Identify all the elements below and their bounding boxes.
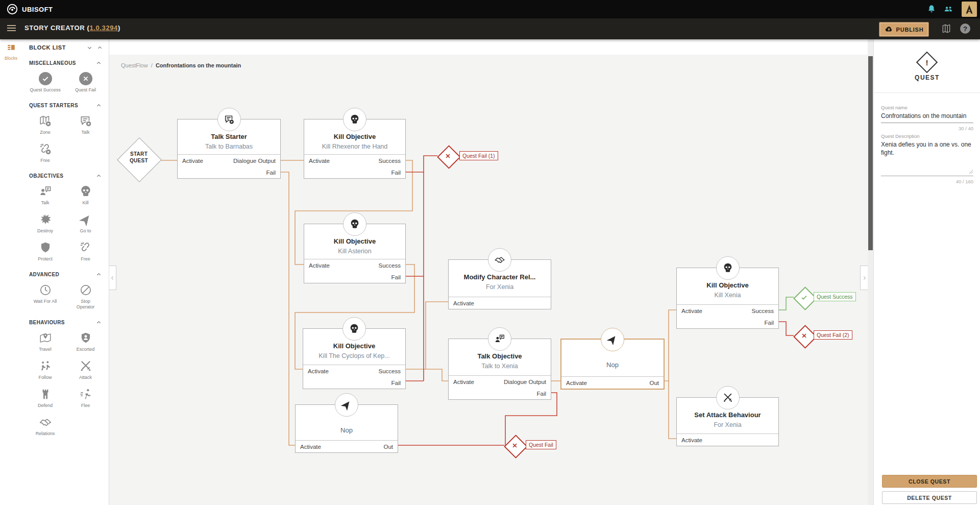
collapse-all-icon[interactable]	[87, 45, 92, 51]
node-talk-objective[interactable]: Talk Objective Talk to Xenia ActivateDia…	[448, 339, 551, 400]
port-dialogue-output[interactable]: Dialogue Output	[233, 158, 276, 164]
section-quest-starters[interactable]: QUEST STARTERS	[22, 97, 109, 110]
port-success[interactable]: Success	[379, 368, 401, 374]
close-quest-button[interactable]: CLOSE QUEST	[882, 475, 977, 488]
port-activate[interactable]: Activate	[308, 368, 329, 374]
node-kill-cyclops[interactable]: Kill Objective Kill The Cyclops of Kep..…	[303, 328, 406, 389]
breadcrumb-current: Confrontations on the mountain	[156, 62, 241, 68]
block-item-attack[interactable]: Attack	[65, 359, 106, 380]
block-item-protect[interactable]: Protect	[25, 241, 65, 262]
node-kill-rhexenor[interactable]: Kill Objective Kill Rhexenor the Hand Ac…	[304, 119, 406, 179]
block-item-free-starter[interactable]: Free	[25, 142, 65, 163]
port-activate[interactable]: Activate	[681, 308, 702, 314]
port-activate[interactable]: Activate	[681, 437, 702, 443]
skull-icon	[342, 317, 366, 341]
port-activate[interactable]: Activate	[309, 262, 330, 269]
port-out[interactable]: Out	[649, 380, 659, 386]
block-item-quest-success[interactable]: Quest Success	[25, 72, 65, 93]
section-objectives[interactable]: OBJECTIVES	[22, 167, 109, 181]
port-out[interactable]: Out	[383, 444, 393, 450]
port-activate[interactable]: Activate	[182, 158, 203, 164]
section-miscellaneous[interactable]: MISCELLANEOUS	[22, 55, 109, 68]
block-item-zone[interactable]: Zone	[25, 114, 65, 135]
terminal-label-quest-fail-2[interactable]: Quest Fail (2)	[814, 330, 852, 340]
zone-icon	[39, 114, 52, 128]
breadcrumb-questflow[interactable]: QuestFlow	[121, 62, 148, 68]
quest-flow-canvas[interactable]: QuestFlow / Confrontations on the mounta…	[109, 39, 868, 505]
node-kill-asterion[interactable]: Kill Objective Kill Asterion ActivateSuc…	[304, 224, 406, 283]
port-activate[interactable]: Activate	[453, 379, 474, 385]
collapse-right-panel-tab[interactable]	[860, 266, 868, 290]
map-icon[interactable]	[941, 23, 951, 34]
node-kill-xenia[interactable]: Kill Objective Kill Xenia ActivateSucces…	[676, 268, 779, 329]
collapse-left-panel-tab[interactable]	[109, 266, 116, 290]
section-behaviours[interactable]: BEHAVIOURS	[22, 314, 109, 327]
expand-all-icon[interactable]	[97, 45, 103, 51]
port-fail[interactable]: Fail	[536, 391, 546, 397]
terminal-label-quest-fail-1[interactable]: Quest Fail (1)	[459, 151, 498, 160]
user-avatar[interactable]	[962, 2, 977, 17]
quest-name-counter: 30 / 40	[959, 126, 973, 131]
cloud-upload-icon	[885, 25, 893, 34]
port-activate[interactable]: Activate	[300, 444, 321, 450]
node-set-attack-behaviour[interactable]: Set Attack Behaviour For Xenia Activate	[676, 397, 779, 446]
inspector-type-title: QUEST	[874, 74, 980, 81]
crossed-swords-icon	[716, 386, 740, 410]
publish-button[interactable]: PUBLISH	[879, 22, 929, 37]
help-icon[interactable]: ?	[960, 23, 970, 34]
section-advanced[interactable]: ADVANCED	[22, 266, 109, 279]
textarea-resize-icon[interactable]	[969, 170, 973, 174]
node-modify-character-rel[interactable]: Modify Character Rel... For Xenia Activa…	[448, 259, 551, 309]
delete-quest-button[interactable]: DELETE QUEST	[882, 491, 977, 504]
block-item-free-objective[interactable]: Free	[65, 241, 106, 262]
node-nop-bottom[interactable]: Nop ActivateOut	[295, 404, 398, 453]
port-success[interactable]: Success	[752, 308, 774, 314]
wait-for-all-icon	[39, 283, 52, 297]
flee-icon	[79, 388, 92, 401]
block-item-follow[interactable]: Follow	[25, 359, 65, 380]
block-item-kill[interactable]: Kill	[65, 185, 106, 206]
block-item-talk-objective[interactable]: Talk	[25, 185, 65, 206]
block-item-quest-fail[interactable]: Quest Fail	[65, 72, 106, 93]
quest-description-input[interactable]: Xenia defies you in a one vs. one fight.	[881, 140, 973, 157]
block-item-flee[interactable]: Flee	[65, 388, 106, 408]
block-item-talk-starter[interactable]: Talk	[65, 114, 106, 135]
rail-item-blocks[interactable]: Blocks	[0, 43, 22, 61]
terminal-label-quest-fail[interactable]: Quest Fail	[526, 440, 556, 449]
assassins-creed-logo-icon	[963, 3, 975, 15]
quest-inspector-panel: ! QUEST Quest name Confrontations on the…	[873, 39, 980, 505]
menu-hamburger-icon[interactable]	[7, 25, 16, 32]
block-item-goto[interactable]: Go to	[65, 213, 106, 234]
block-item-destroy[interactable]: Destroy	[25, 213, 65, 234]
port-fail[interactable]: Fail	[266, 170, 276, 176]
port-success[interactable]: Success	[379, 262, 401, 269]
block-item-relations[interactable]: Relations	[25, 416, 65, 437]
chevron-up-icon	[96, 103, 102, 108]
block-item-stop-operator[interactable]: Stop Operator	[65, 283, 106, 310]
port-fail[interactable]: Fail	[391, 170, 401, 176]
node-nop-selected[interactable]: Nop ActivateOut	[560, 339, 665, 390]
block-item-defend[interactable]: Defend	[25, 388, 65, 408]
relations-icon	[39, 416, 52, 429]
port-fail[interactable]: Fail	[391, 274, 401, 280]
port-activate[interactable]: Activate	[453, 300, 474, 306]
canvas-scrollbar-thumb[interactable]	[868, 56, 873, 250]
port-dialogue-output[interactable]: Dialogue Output	[504, 379, 546, 385]
quest-name-input[interactable]: Confrontations on the mountain	[881, 112, 973, 120]
terminal-label-quest-success[interactable]: Quest Success	[814, 292, 856, 301]
block-item-wait-for-all[interactable]: Wait For All	[25, 283, 65, 310]
port-success[interactable]: Success	[379, 158, 401, 164]
block-item-travel[interactable]: Travel	[25, 331, 65, 352]
port-fail[interactable]: Fail	[391, 380, 401, 386]
community-people-icon[interactable]	[943, 4, 953, 14]
block-item-escorted[interactable]: Escorted	[65, 331, 106, 352]
protect-icon	[39, 241, 52, 254]
version-link[interactable]: 1.0.3294	[89, 24, 117, 32]
node-talk-starter[interactable]: Talk Starter Talk to Barnabas ActivateDi…	[177, 119, 281, 179]
port-activate[interactable]: Activate	[309, 158, 330, 164]
port-activate[interactable]: Activate	[566, 380, 587, 386]
start-quest-label: START QUEST	[124, 151, 154, 164]
nav-arrow-icon	[601, 328, 624, 351]
port-fail[interactable]: Fail	[764, 320, 774, 326]
notifications-bell-icon[interactable]	[926, 4, 937, 14]
